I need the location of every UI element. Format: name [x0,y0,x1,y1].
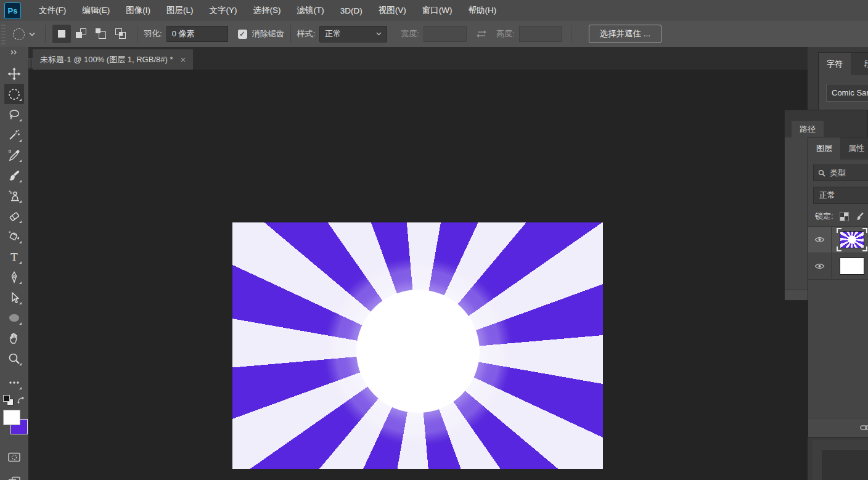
eye-icon [814,236,825,243]
new-selection-button[interactable] [52,25,71,43]
lock-transparency-icon[interactable] [840,212,849,221]
zoom-tool[interactable] [4,348,24,368]
eyedropper-tool-icon [7,148,21,162]
menu-file[interactable]: 文件(F) [31,0,74,21]
separator [137,25,137,43]
move-tool[interactable] [4,63,24,84]
close-tab-icon[interactable]: × [180,55,186,64]
layer-filter-field[interactable]: 类型 [813,165,868,181]
foreground-color-swatch[interactable] [3,410,20,425]
width-input [424,26,467,42]
layer-thumbnail[interactable] [838,256,866,276]
tab-paragraph[interactable]: 段落 [856,53,868,75]
menu-select[interactable]: 选择(S) [245,0,289,21]
layer-row[interactable]: 背景 [808,253,868,280]
width-label: 宽度: [401,28,419,39]
elliptical-marquee-tool-icon [7,87,21,101]
default-colors-button[interactable] [3,395,14,405]
swap-width-height-icon [475,29,488,39]
screen-mode-button[interactable] [4,471,24,480]
hand-tool-icon [7,332,21,345]
lasso-tool[interactable] [4,104,24,124]
options-bar-grip[interactable] [1,23,6,44]
quick-mask-button[interactable] [4,447,24,467]
eyedropper-tool[interactable] [4,145,24,165]
menu-filter[interactable]: 滤镜(T) [289,0,332,21]
feather-input[interactable]: 0 像素 [166,26,228,42]
document-tab[interactable]: 未标题-1 @ 100% (图层 1, RGB/8#) * × [33,49,193,70]
tab-layers[interactable]: 图层 [808,137,840,160]
clone-stamp-tool-icon [7,189,21,203]
eye-icon [814,262,825,270]
separator [290,25,291,43]
menu-edit[interactable]: 编辑(E) [74,0,118,21]
lock-label: 锁定: [815,211,833,222]
lock-pixels-brush-icon[interactable] [855,212,864,221]
eraser-tool[interactable] [4,206,24,226]
add-to-selection-icon [76,28,87,39]
menu-layer[interactable]: 图层(L) [158,0,202,21]
tab-character[interactable]: 字符 [819,53,851,75]
clone-stamp-tool[interactable] [4,185,24,206]
toolbar-collapse-button[interactable] [0,47,28,55]
antialias-checkbox[interactable]: ✓ [238,30,247,39]
font-family-input[interactable]: Comic Sans MS [826,84,868,102]
magic-wand-tool[interactable] [4,124,24,145]
tools-panel: T [0,47,28,480]
new-selection-icon [56,28,67,39]
intersect-selection-icon [115,28,126,39]
menu-image[interactable]: 图像(I) [118,0,158,21]
menu-type[interactable]: 文字(Y) [202,0,245,21]
tool-preset-picker[interactable] [9,28,39,40]
ellipse-shape-tool[interactable] [4,307,24,328]
menu-bar: Ps 文件(F) 编辑(E) 图像(I) 图层(L) 文字(Y) 选择(S) 滤… [0,0,868,22]
search-icon [818,169,825,177]
tab-paths[interactable]: 路径 [792,121,824,137]
layer-visibility-toggle[interactable] [808,227,832,253]
menu-window[interactable]: 窗口(W) [414,0,461,21]
ellipsis-icon [7,376,21,389]
add-to-selection-button[interactable] [72,25,91,43]
document-tab-bar: 未标题-1 @ 100% (图层 1, RGB/8#) * × [28,47,808,70]
blend-mode-select[interactable]: 正常 [813,187,868,204]
paths-panel-header [785,110,867,121]
style-value: 正常 [325,28,341,39]
style-select[interactable]: 正常 [319,26,387,43]
layers-panel-tabs: 图层 属性 [808,137,868,160]
layer-visibility-toggle[interactable] [808,253,832,279]
layer-row[interactable]: 图层 1 [808,227,868,253]
lock-row: 锁定: [808,206,868,226]
paint-bucket-tool[interactable] [4,226,24,246]
menu-help[interactable]: 帮助(H) [460,0,504,21]
subtract-from-selection-icon [96,28,107,39]
intersect-selection-button[interactable] [112,25,130,43]
brush-tool[interactable] [4,165,24,185]
path-selection-tool-icon [7,291,21,304]
character-panel-tabs: 字符 段落 [819,53,868,75]
layer-thumbnail[interactable] [838,230,866,250]
style-label: 样式: [297,28,316,39]
bottom-right-panel [813,440,868,480]
default-foreground-swatch [3,395,10,402]
double-chevron-right-icon [10,50,18,55]
feather-value: 0 像素 [172,28,195,39]
subtract-from-selection-button[interactable] [92,25,110,43]
link-layers-icon[interactable] [860,424,868,431]
menu-3d[interactable]: 3D(D) [332,0,371,21]
menu-view[interactable]: 视图(V) [371,0,414,21]
tab-properties[interactable]: 属性 [840,137,868,160]
select-and-mask-button[interactable]: 选择并遮住 ... [589,25,662,43]
hand-tool[interactable] [4,328,24,348]
canvas-area[interactable] [28,70,808,480]
type-tool[interactable]: T [4,246,24,267]
elliptical-marquee-icon [13,28,25,40]
height-input [519,26,562,42]
pen-tool-icon [7,271,21,284]
edit-toolbar-button[interactable] [4,372,24,393]
path-selection-tool[interactable] [4,287,24,307]
swap-colors-icon[interactable] [17,396,25,405]
photoshop-logo-icon: Ps [4,2,21,19]
document-canvas[interactable] [232,222,603,469]
elliptical-marquee-tool[interactable] [4,84,24,104]
pen-tool[interactable] [4,267,24,287]
